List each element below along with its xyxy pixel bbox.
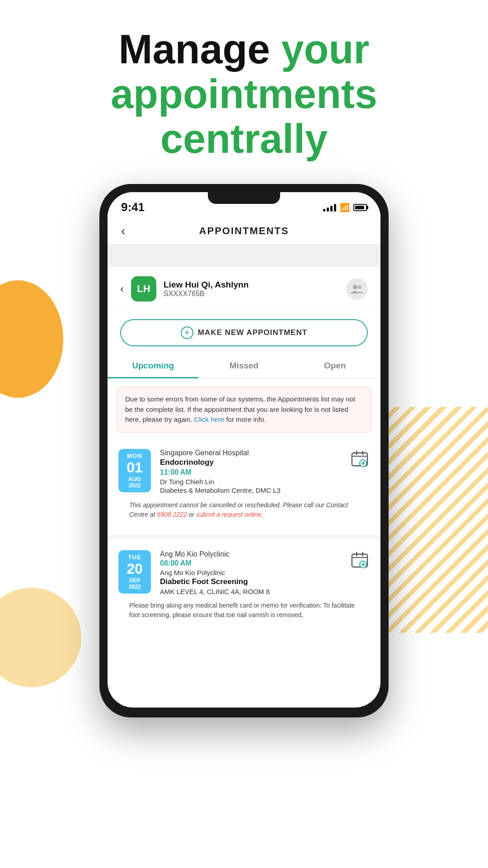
hospital-1: Singapore General Hospital [160,449,341,457]
appointment-card-1: MON 01 AUG 2022 Singapore General Hospit… [108,441,380,531]
plus-icon: + [181,326,193,339]
day-num-1: 01 [121,460,148,475]
phone-screen: 9:41 📶 ‹ APPOINTMENTS [108,192,380,708]
signal-icon [323,203,336,212]
back-button[interactable]: ‹ [121,224,125,238]
month-1: AUG [121,476,148,482]
dept-2: Diabetic Foot Screening [160,577,341,586]
wifi-icon: 📶 [340,203,350,212]
day-name-1: MON [121,453,148,459]
tabs-row: Upcoming Missed Open [108,354,380,378]
appointment-row-2: TUE 20 SEP 2022 Ang Mo Kio Polyclinic 08… [118,550,370,595]
hero-section: Manage your appointments centrally [0,0,488,175]
warning-link[interactable]: Click here [194,415,225,423]
make-appointment-button[interactable]: + MAKE NEW APPOINTMENT [120,319,368,346]
day-name-2: TUE [121,554,148,561]
tab-open[interactable]: Open [290,354,380,378]
doctor-1: Dr Tong Chieh Lin [160,478,341,486]
page-title: APPOINTMENTS [199,225,289,237]
appt-details-1: Singapore General Hospital Endocrinology… [160,449,341,494]
group-icon[interactable] [346,278,368,300]
warning-text2: for more info. [224,415,266,423]
location-2: AMK LEVEL 4, CLINIC 4A, ROOM 8 [160,588,341,595]
app-header: ‹ APPOINTMENTS [108,218,380,245]
date-badge-2: TUE 20 SEP 2022 [118,550,151,594]
warning-banner: Due to some errors from some of our syst… [117,387,371,433]
appointment-card-2: TUE 20 SEP 2022 Ang Mo Kio Polyclinic 08… [108,542,380,632]
time-2: 08:00 AM [160,559,341,567]
user-id: SXXXX765B [164,290,339,298]
time-1: 11:00 AM [160,468,341,476]
year-2: 2022 [121,584,148,590]
phone-frame: 9:41 📶 ‹ APPOINTMENTS [99,184,389,717]
day-num-2: 20 [121,561,148,576]
hero-line1-black: Manage [118,27,270,72]
bottom-note-2: Please bring along any medical benefit c… [129,601,359,620]
status-icons: 📶 [323,203,367,212]
tab-bar-placeholder [108,245,380,267]
hero-line2-green: appointments centrally [111,71,377,161]
battery-fill [355,206,364,209]
svg-point-0 [353,285,357,289]
note-mid-1: or [187,511,196,518]
year-1: 2022 [121,482,148,489]
user-avatar: LH [131,276,156,302]
user-info: Liew Hui Qi, Ashlynn SXXXX765B [164,280,339,298]
battery-icon [353,204,367,211]
hospital-2: Ang Mo Kio Polyclinic [160,550,341,558]
status-time: 9:41 [121,200,145,214]
appt-details-2: Ang Mo Kio Polyclinic 08:00 AM Ang Mo Ki… [160,550,341,595]
appt-note-1: This appointment cannot be cancelled or … [129,500,359,519]
note-link-1[interactable]: submit a request online. [196,511,263,518]
hero-line1-green: your [282,27,370,72]
appointment-row-1: MON 01 AUG 2022 Singapore General Hospit… [118,449,370,494]
user-back-button[interactable]: ‹ [120,283,124,295]
calendar-add-icon-2[interactable] [350,550,370,570]
phone-notch [208,192,280,204]
month-2: SEP [121,577,148,584]
note-phone-1[interactable]: 6908 2222 [157,511,187,518]
divider-1 [108,535,380,538]
location-1: Diabetes & Metabolism Centre, DMC L3 [160,486,341,494]
user-name: Liew Hui Qi, Ashlynn [164,280,339,290]
date-badge-1: MON 01 AUG 2022 [118,449,151,492]
doctor-2: Ang Mo Kio Polyclinic [160,569,341,576]
phone-wrapper: 9:41 📶 ‹ APPOINTMENTS [0,175,488,736]
svg-point-1 [358,285,361,289]
calendar-add-icon-1[interactable] [350,449,370,469]
tab-upcoming[interactable]: Upcoming [108,354,198,378]
tab-missed[interactable]: Missed [198,354,289,378]
dept-1: Endocrinology [160,458,341,467]
make-appointment-label: MAKE NEW APPOINTMENT [198,328,307,337]
user-section: ‹ LH Liew Hui Qi, Ashlynn SXXXX765B [108,267,380,311]
